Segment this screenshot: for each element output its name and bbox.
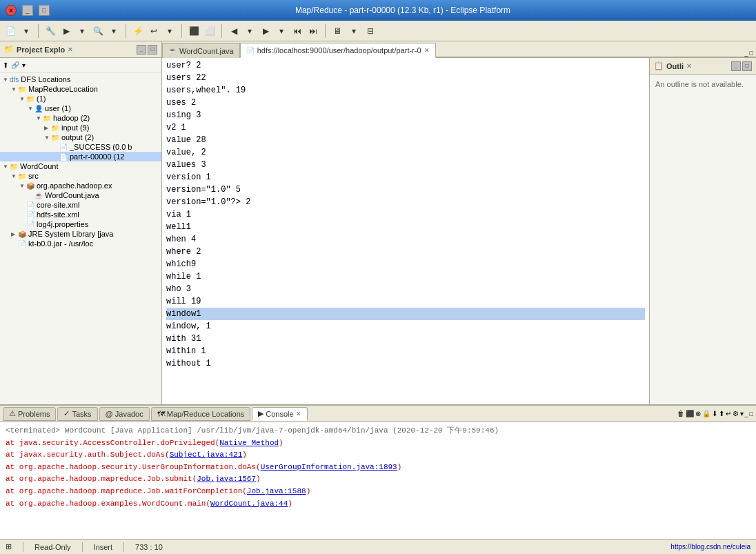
tab-wordcount-label: WordCount.java (179, 47, 234, 55)
tree-item[interactable]: ▼📁hadoop (2) (0, 113, 161, 123)
tree-item[interactable]: ▶📦JRE System Library [java (0, 229, 161, 239)
tree-node-icon: 📄 (18, 240, 26, 248)
console-dropdown-btn[interactable]: ▾ (740, 410, 744, 417)
close-button[interactable]: × (6, 5, 17, 16)
tab-tasks[interactable]: ✓ Tasks (57, 407, 97, 421)
console-options-btn[interactable]: ⚙ (733, 410, 739, 417)
editor-line-text: who 3 (166, 283, 191, 295)
project-explorer-close-icon: ✕ (68, 46, 73, 53)
editor-line-text: without 1 (166, 357, 211, 370)
tab-mapreduce[interactable]: 🗺 Map/Reduce Locations (151, 407, 251, 421)
editor-line: version 1 (166, 171, 645, 184)
problems-icon: ⚠ (9, 409, 16, 418)
tree-item[interactable]: ▼📁output (2) (0, 132, 161, 142)
console-max-btn[interactable]: □ (750, 410, 753, 417)
tree-item[interactable]: ☕WordCount.java (0, 190, 161, 200)
tab-close-btn[interactable]: ✕ (424, 47, 430, 54)
tree-node-label: hadoop (2) (53, 114, 90, 122)
view-menu-btn[interactable]: ▾ (22, 61, 26, 69)
toolbar-btn-3[interactable]: ▶ (59, 23, 74, 39)
toolbar-group-5: ◀ ▾ ▶ ▾ ⏮ ⏭ (226, 23, 321, 39)
console-error-link[interactable]: Native Method (219, 439, 279, 447)
console-error-link[interactable]: WordCount.java:44 (210, 499, 288, 508)
editor-panel-min-btn[interactable]: _ (745, 50, 748, 57)
console-scroll-start-btn[interactable]: ⬆ (719, 410, 724, 417)
tree-item[interactable]: ▼📁(1) (0, 94, 161, 103)
toolbar-btn-4[interactable]: ▾ (74, 23, 90, 39)
toolbar-dropdown-2[interactable]: ▾ (346, 23, 361, 39)
tree-item[interactable]: ▼📁MapReduceLocation (0, 84, 161, 94)
tree-item[interactable]: ▼📁src (0, 171, 161, 181)
toolbar-btn-2[interactable]: 🔧 (43, 23, 58, 39)
tree-item[interactable]: ▼📁WordCount (0, 161, 161, 171)
editor-line-text: value, 2 (166, 146, 206, 159)
toolbar-btn-5[interactable]: 🔍 (90, 23, 106, 39)
toolbar-btn-12[interactable]: ◀ (226, 23, 241, 39)
tree-arrow-icon: ▼ (44, 135, 51, 141)
console-clear-btn[interactable]: 🗑 (677, 410, 684, 417)
minimize-button[interactable]: _ (22, 5, 33, 16)
console-stop-btn[interactable]: ⬛ (686, 410, 694, 417)
toolbar-btn-14[interactable]: ▶ (258, 23, 273, 39)
tree-item[interactable]: ▼📦org.apache.hadoop.ex (0, 181, 161, 190)
toolbar-btn-18[interactable]: 🖥 (330, 23, 345, 39)
tree-item[interactable]: 📄_SUCCESS (0.0 b (0, 142, 161, 152)
console-min-btn[interactable]: _ (745, 410, 748, 417)
editor-content[interactable]: user? 2users 22users,wheel". 19uses 2usi… (162, 58, 649, 404)
toolbar-btn-11[interactable]: ⬜ (202, 23, 217, 39)
toolbar-btn-16[interactable]: ⏮ (290, 23, 305, 39)
tree-item[interactable]: ▼dfsDFS Locations (0, 75, 161, 84)
toolbar-btn-7[interactable]: ⚡ (130, 23, 146, 39)
console-word-wrap-btn[interactable]: ↵ (726, 410, 731, 417)
toolbar: 📄 ▾ 🔧 ▶ ▾ 🔍 ▾ ⚡ ↩ ▾ ⬛ ⬜ ◀ ▾ ▶ ▾ ⏮ ⏭ 🖥 ▾ … (0, 21, 756, 41)
tree-item[interactable]: 📄part-r-00000 (12 (0, 152, 161, 161)
toolbar-btn-19[interactable]: ⊟ (363, 23, 378, 39)
tab-hdfs-file[interactable]: 📄 hdfs://localhost:9000/user/hadoop/outp… (240, 43, 436, 58)
editor-line: while 1 (166, 270, 645, 283)
toolbar-btn-17[interactable]: ⏭ (306, 23, 321, 39)
link-with-editor-btn[interactable]: 🔗 (11, 61, 19, 69)
toolbar-btn-15[interactable]: ▾ (274, 23, 289, 39)
tab-wordcount-java[interactable]: ☕ WordCount.java (162, 43, 240, 58)
console-scroll-lock-btn[interactable]: 🔒 (702, 410, 710, 417)
console-error-text: at org.apache.hadoop.security.UserGroupI… (6, 463, 261, 471)
toolbar-btn-8[interactable]: ↩ (146, 23, 161, 39)
tree-item[interactable]: 📄kt-b0.0.jar - /usr/loc (0, 239, 161, 248)
editor-panel-max-btn[interactable]: □ (750, 50, 753, 57)
console-disconnect-btn[interactable]: ⊗ (695, 410, 701, 417)
tab-javadoc[interactable]: @ Javadoc (99, 407, 150, 421)
tab-console[interactable]: ▶ Console ✕ (252, 407, 307, 421)
project-explorer-icon: 📁 (4, 45, 14, 54)
toolbar-btn-6[interactable]: ▾ (106, 23, 121, 39)
tree-item[interactable]: 📄log4j.properties (0, 219, 161, 229)
console-error-link[interactable]: Subject.java:421 (170, 451, 243, 459)
editor-line-text: users,wheel". 19 (166, 84, 246, 97)
editor-line-text: v2 1 (166, 121, 186, 134)
editor-line: version="1.0" 5 (166, 184, 645, 196)
console-error-link[interactable]: Job.java:1588 (247, 487, 306, 495)
tree-arrow-icon: ▼ (11, 173, 18, 179)
project-tree[interactable]: ▼dfsDFS Locations▼📁MapReduceLocation▼📁(1… (0, 73, 161, 404)
toolbar-btn-10[interactable]: ⬛ (186, 23, 201, 39)
tree-item[interactable]: ▶📁input (9) (0, 123, 161, 132)
outline-min-btn[interactable]: _ (731, 61, 741, 71)
toolbar-btn-9[interactable]: ▾ (162, 23, 177, 39)
console-scroll-end-btn[interactable]: ⬇ (712, 410, 717, 417)
console-error-link[interactable]: UserGroupInformation.java:1893 (261, 463, 397, 471)
console-error-link[interactable]: Job.java:1567 (197, 475, 256, 483)
panel-max-btn[interactable]: □ (148, 45, 157, 55)
tree-item[interactable]: 📄core-site.xml (0, 200, 161, 210)
editor-line: window1 (166, 308, 645, 320)
toolbar-new-btn[interactable]: 📄 (3, 23, 18, 39)
maximize-button[interactable]: □ (39, 5, 50, 16)
tree-item[interactable]: ▼👤user (1) (0, 103, 161, 113)
console-error-text: at javax.security.auth.Subject.doAs( (6, 451, 170, 459)
collapse-all-btn[interactable]: ⬆ (3, 61, 8, 69)
editor-line-text: with 31 (166, 333, 201, 345)
toolbar-btn-13[interactable]: ▾ (242, 23, 257, 39)
tree-item[interactable]: 📄hdfs-site.xml (0, 210, 161, 219)
tab-problems[interactable]: ⚠ Problems (3, 407, 56, 421)
panel-min-btn[interactable]: _ (137, 45, 146, 55)
toolbar-dropdown-btn[interactable]: ▾ (19, 23, 34, 39)
outline-max-btn[interactable]: □ (742, 61, 752, 71)
